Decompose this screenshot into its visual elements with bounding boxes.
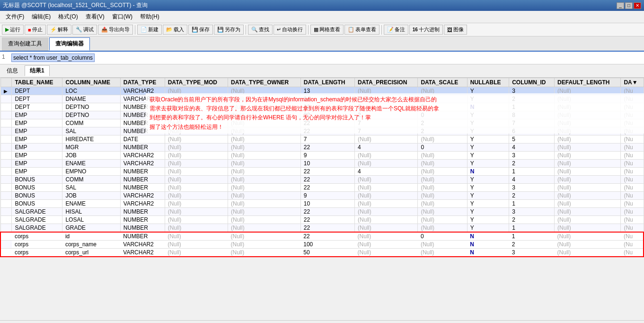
stop-button[interactable]: ■ 停止 [25, 25, 46, 35]
minimize-button[interactable]: _ [617, 2, 624, 9]
load-button[interactable]: 📂 载入 [163, 25, 187, 35]
cell-column-id: 1 [509, 200, 555, 208]
cell-da: (Nu [621, 192, 644, 200]
cell-da: (Nu [621, 87, 644, 95]
maximize-button[interactable]: □ [625, 2, 633, 9]
image-button[interactable]: 🖼 图像 [444, 25, 467, 35]
new-button[interactable]: 📄 新建 [137, 25, 162, 35]
cell-column-name: DEPTNO [62, 111, 120, 119]
table-row[interactable]: SALGRADEGRADENUMBER(Null)(Null)22(Null)(… [0, 224, 644, 233]
result-tab-bar: 信息 结果1 [0, 64, 644, 78]
table-row[interactable]: EMPMGRNUMBER(Null)(Null)2240Y4(Null)(Nu [0, 144, 644, 152]
cell-data-type_mod: (Null) [165, 87, 228, 95]
grid-view-button[interactable]: ▦ 网格查看 [310, 25, 344, 35]
explain-icon: ⚡ [50, 27, 57, 33]
explain-button[interactable]: ⚡ 解释 [47, 25, 71, 35]
row-indicator [0, 176, 12, 184]
cell-data-type_owner: (Null) [228, 103, 300, 111]
menu-help[interactable]: 帮助(H) [136, 12, 163, 22]
cell-column-id: 3 [509, 87, 555, 95]
line-number: 1 [2, 54, 9, 60]
form-view-button[interactable]: 📋 表单查看 [344, 25, 379, 35]
notes-button[interactable]: 📝 备注 [384, 25, 408, 35]
sql-text[interactable]: select * from user_tab_columns [11, 54, 95, 62]
table-row[interactable]: SALGRADEHISALNUMBER(Null)(Null)22(Null)(… [0, 208, 644, 216]
cell-column-id: 3 [509, 208, 555, 216]
cell-table-name: corps [12, 232, 62, 241]
run-button[interactable]: ▶ 运行 [2, 25, 24, 35]
cell-data-type_owner: (Null) [228, 224, 300, 233]
row-indicator [0, 152, 12, 160]
cell-column-name: MGR [62, 144, 120, 152]
col-table-name[interactable]: TABLE_NAME [12, 78, 62, 87]
export-wizard-button[interactable]: 📤 导出向导 [98, 25, 133, 35]
cell-column-name: DEPTNO [62, 103, 120, 111]
cell-data-type_owner: (Null) [228, 249, 300, 257]
menu-file[interactable]: 文件(F) [2, 12, 28, 22]
data-table-container[interactable]: TABLE_NAME COLUMN_NAME DATA_TYPE DATA_TY… [0, 78, 644, 320]
grid-label: 网格查看 [319, 26, 340, 33]
table-row[interactable]: EMPEMPNONUMBER(Null)(Null)224(Null)N1(Nu… [0, 168, 644, 176]
table-row[interactable]: EMPHIREDATEDATE(Null)(Null)7(Null)(Null)… [0, 135, 644, 144]
separator1 [135, 25, 135, 35]
col-data-length[interactable]: DATA_LENGTH [300, 78, 354, 87]
cell-data-type_mod: (Null) [165, 152, 228, 160]
menu-view[interactable]: 查看(V) [82, 12, 108, 22]
table-row[interactable]: EMPJOBVARCHAR2(Null)(Null)9(Null)(Null)Y… [0, 152, 644, 160]
table-row[interactable]: corpscorps_nameVARCHAR2(Null)(Null)100(N… [0, 241, 644, 249]
cell-data-type_owner: (Null) [228, 144, 300, 152]
col-data-scale[interactable]: DATA_SCALE [418, 78, 467, 87]
table-row[interactable]: corpscorps_urlVARCHAR2(Null)(Null)50(Nul… [0, 249, 644, 257]
table-row[interactable]: BONUSJOBVARCHAR2(Null)(Null)9(Null)(Null… [0, 192, 644, 200]
tab-info[interactable]: 信息 [2, 66, 23, 76]
save-as-button[interactable]: 💾 另存为 [214, 25, 244, 35]
save-button[interactable]: 💾 保存 [188, 25, 213, 35]
cell-data-scale: 2 [418, 119, 467, 127]
tab-query-editor[interactable]: 查询编辑器 [49, 37, 90, 51]
table-row[interactable]: EMPCOMMNUMBER(Null)(Null)2272Y7(Null)(Nu [0, 119, 644, 127]
col-data-precision[interactable]: DATA_PRECISION [355, 78, 418, 87]
table-row[interactable]: BONUSSALNUMBER(Null)(Null)22(Null)(Null)… [0, 184, 644, 192]
table-row[interactable]: BONUSENAMEVARCHAR2(Null)(Null)10(Null)(N… [0, 200, 644, 208]
autowrap-button[interactable]: ↵ 自动换行 [273, 25, 306, 35]
cell-column-id: 5 [509, 135, 555, 144]
cell-default-length: (Null) [555, 111, 621, 119]
hex-icon: 16 [413, 27, 418, 32]
table-row[interactable]: EMPENAMEVARCHAR2(Null)(Null)10(Null)(Nul… [0, 160, 644, 168]
debug-button[interactable]: 🔧 调试 [72, 25, 97, 35]
col-default-length[interactable]: DEFAULT_LENGTH [555, 78, 621, 87]
cell-data-type_mod: (Null) [165, 249, 228, 257]
col-da[interactable]: DA▼ [621, 78, 644, 87]
find-button[interactable]: 🔍 查找 [248, 25, 273, 35]
col-column-id[interactable]: COLUMN_ID [509, 78, 555, 87]
cell-table-name: SALGRADE [12, 208, 62, 216]
hex-button[interactable]: 16 十六进制 [409, 25, 443, 35]
cell-data-type_mod: (Null) [165, 241, 228, 249]
cell-da: (Nu [621, 184, 644, 192]
cell-da: (Nu [621, 216, 644, 224]
col-nullable[interactable]: NULLABLE [467, 78, 509, 87]
table-row[interactable]: ▶DEPTLOCVARCHAR2(Null)(Null)13(Null)(Nul… [0, 87, 644, 95]
table-row[interactable]: corpsidNUMBER(Null)(Null)22(Null)0N1(Nul… [0, 232, 644, 241]
table-row[interactable]: EMPSALNUMBER(Null)(Null)2272Y6(Null)(Nu [0, 127, 644, 135]
col-data-type[interactable]: DATA_TYPE [120, 78, 165, 87]
tab-result1[interactable]: 结果1 [25, 65, 50, 76]
col-data-type-mod[interactable]: DATA_TYPE_MOD [165, 78, 228, 87]
table-row[interactable]: DEPTDNAMEVARCHAR2(Null)(Null)14(Null)(Nu… [0, 95, 644, 103]
table-row[interactable]: SALGRADELOSALNUMBER(Null)(Null)22(Null)(… [0, 216, 644, 224]
table-row[interactable]: BONUSCOMMNUMBER(Null)(Null)22(Null)(Null… [0, 176, 644, 184]
tab-query-builder[interactable]: 查询创建工具 [2, 37, 48, 51]
cell-data-scale: (Null) [418, 87, 467, 95]
menu-edit[interactable]: 编辑(E) [28, 12, 54, 22]
table-row[interactable]: DEPTDEPTNONUMBER(Null)(Null)2220N1(Null)… [0, 103, 644, 111]
menu-format[interactable]: 格式(O) [54, 12, 81, 22]
image-label: 图像 [453, 26, 464, 33]
menu-window[interactable]: 窗口(W) [108, 12, 136, 22]
grid-icon: ▦ [314, 27, 318, 33]
cell-table-name: BONUS [12, 176, 62, 184]
col-column-name[interactable]: COLUMN_NAME [62, 78, 120, 87]
header-indicator [0, 78, 12, 87]
col-data-type-owner[interactable]: DATA_TYPE_OWNER [228, 78, 300, 87]
close-button[interactable]: ✕ [634, 2, 641, 9]
table-row[interactable]: EMPDEPTNONUMBER(Null)(Null)2220Y8(Null)(… [0, 111, 644, 119]
